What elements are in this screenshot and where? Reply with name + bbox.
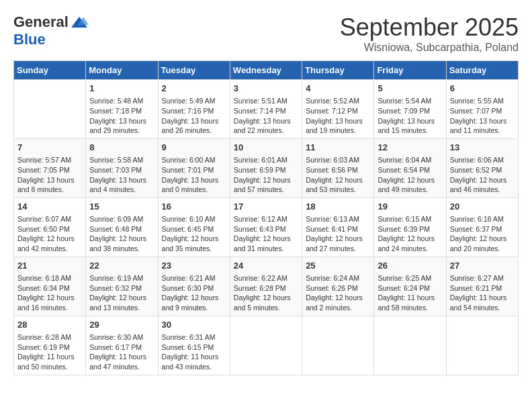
day-info: Sunrise: 6:24 AMSunset: 6:26 PMDaylight:… (306, 273, 370, 313)
title-block: September 2025 Wisniowa, Subcarpathia, P… (340, 13, 519, 54)
day-info: Sunrise: 5:52 AMSunset: 7:12 PMDaylight:… (306, 96, 370, 136)
weekday-header-wednesday: Wednesday (230, 61, 302, 80)
day-info: Sunrise: 6:03 AMSunset: 6:56 PMDaylight:… (306, 155, 370, 195)
day-number: 19 (378, 201, 442, 213)
day-info: Sunrise: 5:58 AMSunset: 7:03 PMDaylight:… (89, 155, 154, 195)
calendar-cell (230, 316, 302, 375)
day-number: 14 (17, 201, 82, 213)
day-number: 2 (162, 83, 226, 95)
day-number: 28 (17, 319, 82, 331)
day-info: Sunrise: 6:28 AMSunset: 6:19 PMDaylight:… (17, 332, 82, 372)
weekday-header-sunday: Sunday (14, 61, 86, 80)
day-number: 22 (89, 260, 154, 272)
calendar-cell: 19Sunrise: 6:15 AMSunset: 6:39 PMDayligh… (374, 197, 446, 257)
day-info: Sunrise: 6:30 AMSunset: 6:17 PMDaylight:… (89, 332, 154, 372)
logo-general: General (13, 13, 69, 31)
day-info: Sunrise: 6:22 AMSunset: 6:28 PMDaylight:… (234, 273, 298, 313)
day-info: Sunrise: 5:51 AMSunset: 7:14 PMDaylight:… (234, 96, 298, 136)
calendar-cell: 14Sunrise: 6:07 AMSunset: 6:50 PMDayligh… (14, 197, 86, 257)
day-info: Sunrise: 5:49 AMSunset: 7:16 PMDaylight:… (162, 96, 226, 136)
day-number: 23 (162, 260, 226, 272)
calendar-table: SundayMondayTuesdayWednesdayThursdayFrid… (13, 60, 519, 375)
weekday-header-monday: Monday (86, 61, 158, 80)
calendar-cell: 9Sunrise: 6:00 AMSunset: 7:01 PMDaylight… (158, 138, 230, 197)
day-info: Sunrise: 6:19 AMSunset: 6:32 PMDaylight:… (89, 273, 154, 313)
calendar-cell: 6Sunrise: 5:55 AMSunset: 7:07 PMDaylight… (446, 80, 518, 139)
calendar-cell: 26Sunrise: 6:25 AMSunset: 6:24 PMDayligh… (374, 257, 446, 316)
day-info: Sunrise: 5:54 AMSunset: 7:09 PMDaylight:… (378, 96, 442, 136)
weekday-header-row: SundayMondayTuesdayWednesdayThursdayFrid… (14, 61, 519, 80)
calendar-week-4: 21Sunrise: 6:18 AMSunset: 6:34 PMDayligh… (14, 257, 519, 316)
day-number: 1 (89, 83, 154, 95)
month-title: September 2025 (340, 13, 519, 42)
calendar-cell: 13Sunrise: 6:06 AMSunset: 6:52 PMDayligh… (446, 138, 518, 197)
location-subtitle: Wisniowa, Subcarpathia, Poland (340, 42, 519, 54)
weekday-header-saturday: Saturday (446, 61, 518, 80)
day-number: 18 (306, 201, 370, 213)
day-number: 8 (89, 142, 154, 154)
calendar-cell: 27Sunrise: 6:27 AMSunset: 6:21 PMDayligh… (446, 257, 518, 316)
day-info: Sunrise: 6:09 AMSunset: 6:48 PMDaylight:… (89, 214, 154, 254)
day-number: 3 (234, 83, 298, 95)
day-number: 20 (450, 201, 515, 213)
logo-icon (70, 15, 89, 29)
day-number: 5 (378, 83, 442, 95)
day-number: 15 (89, 201, 154, 213)
day-number: 12 (378, 142, 442, 154)
day-number: 9 (162, 142, 226, 154)
day-info: Sunrise: 6:27 AMSunset: 6:21 PMDaylight:… (450, 273, 515, 313)
calendar-cell (14, 80, 86, 139)
day-info: Sunrise: 6:21 AMSunset: 6:30 PMDaylight:… (162, 273, 226, 313)
day-number: 27 (450, 260, 515, 272)
day-number: 21 (17, 260, 82, 272)
day-info: Sunrise: 6:10 AMSunset: 6:45 PMDaylight:… (162, 214, 226, 254)
calendar-cell: 1Sunrise: 5:48 AMSunset: 7:18 PMDaylight… (86, 80, 158, 139)
day-info: Sunrise: 6:13 AMSunset: 6:41 PMDaylight:… (306, 214, 370, 254)
day-info: Sunrise: 6:15 AMSunset: 6:39 PMDaylight:… (378, 214, 442, 254)
day-number: 6 (450, 83, 515, 95)
day-number: 25 (306, 260, 370, 272)
day-info: Sunrise: 5:48 AMSunset: 7:18 PMDaylight:… (89, 96, 154, 136)
day-number: 30 (162, 319, 226, 331)
weekday-header-friday: Friday (374, 61, 446, 80)
calendar-cell: 22Sunrise: 6:19 AMSunset: 6:32 PMDayligh… (86, 257, 158, 316)
day-number: 29 (89, 319, 154, 331)
day-info: Sunrise: 6:01 AMSunset: 6:59 PMDaylight:… (234, 155, 298, 195)
day-info: Sunrise: 5:57 AMSunset: 7:05 PMDaylight:… (17, 155, 82, 195)
day-info: Sunrise: 6:16 AMSunset: 6:37 PMDaylight:… (450, 214, 515, 254)
calendar-cell: 2Sunrise: 5:49 AMSunset: 7:16 PMDaylight… (158, 80, 230, 139)
calendar-cell: 28Sunrise: 6:28 AMSunset: 6:19 PMDayligh… (14, 316, 86, 375)
day-number: 10 (234, 142, 298, 154)
calendar-cell: 17Sunrise: 6:12 AMSunset: 6:43 PMDayligh… (230, 197, 302, 257)
calendar-cell: 15Sunrise: 6:09 AMSunset: 6:48 PMDayligh… (86, 197, 158, 257)
day-number: 7 (17, 142, 82, 154)
calendar-cell: 21Sunrise: 6:18 AMSunset: 6:34 PMDayligh… (14, 257, 86, 316)
weekday-header-tuesday: Tuesday (158, 61, 230, 80)
calendar-cell: 11Sunrise: 6:03 AMSunset: 6:56 PMDayligh… (302, 138, 374, 197)
calendar-cell (374, 316, 446, 375)
logo-blue: Blue (13, 31, 46, 48)
calendar-cell: 23Sunrise: 6:21 AMSunset: 6:30 PMDayligh… (158, 257, 230, 316)
day-number: 16 (162, 201, 226, 213)
day-info: Sunrise: 6:06 AMSunset: 6:52 PMDaylight:… (450, 155, 515, 195)
day-info: Sunrise: 6:18 AMSunset: 6:34 PMDaylight:… (17, 273, 82, 313)
day-info: Sunrise: 6:25 AMSunset: 6:24 PMDaylight:… (378, 273, 442, 313)
day-number: 13 (450, 142, 515, 154)
calendar-cell: 8Sunrise: 5:58 AMSunset: 7:03 PMDaylight… (86, 138, 158, 197)
day-number: 11 (306, 142, 370, 154)
calendar-week-1: 1Sunrise: 5:48 AMSunset: 7:18 PMDaylight… (14, 80, 519, 139)
page-header: General Blue September 2025 Wisniowa, Su… (13, 13, 519, 54)
calendar-cell: 16Sunrise: 6:10 AMSunset: 6:45 PMDayligh… (158, 197, 230, 257)
calendar-cell: 20Sunrise: 6:16 AMSunset: 6:37 PMDayligh… (446, 197, 518, 257)
calendar-cell: 29Sunrise: 6:30 AMSunset: 6:17 PMDayligh… (86, 316, 158, 375)
day-info: Sunrise: 6:31 AMSunset: 6:15 PMDaylight:… (162, 332, 226, 372)
day-info: Sunrise: 6:12 AMSunset: 6:43 PMDaylight:… (234, 214, 298, 254)
calendar-cell: 7Sunrise: 5:57 AMSunset: 7:05 PMDaylight… (14, 138, 86, 197)
calendar-week-5: 28Sunrise: 6:28 AMSunset: 6:19 PMDayligh… (14, 316, 519, 375)
day-info: Sunrise: 5:55 AMSunset: 7:07 PMDaylight:… (450, 96, 515, 136)
day-number: 26 (378, 260, 442, 272)
calendar-week-2: 7Sunrise: 5:57 AMSunset: 7:05 PMDaylight… (14, 138, 519, 197)
weekday-header-thursday: Thursday (302, 61, 374, 80)
calendar-cell (302, 316, 374, 375)
calendar-week-3: 14Sunrise: 6:07 AMSunset: 6:50 PMDayligh… (14, 197, 519, 257)
